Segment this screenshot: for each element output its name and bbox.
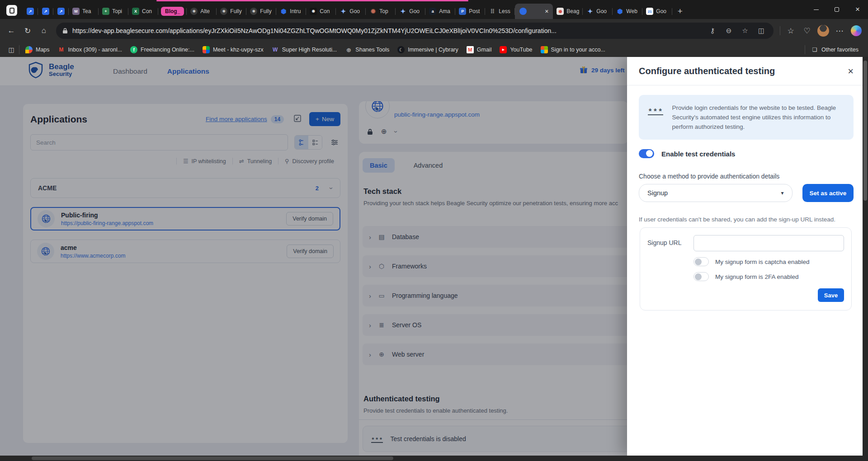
browser-tab[interactable]: Blog_ [158,4,187,19]
bookmark-item[interactable]: f Freelancing Online:... [126,45,198,55]
nav-item[interactable]: Applications [167,67,209,75]
browser-essentials-icon[interactable]: ♡ [799,23,815,38]
address-bar[interactable]: https://dev-app.beaglesecure.com/applica… [56,23,774,39]
minimize-button[interactable] [806,0,826,19]
copilot-icon[interactable] [851,25,862,36]
refresh-icon[interactable]: ↻ [20,23,35,38]
tech-stack-accordion[interactable]: › ⊕ Web server [363,343,634,365]
signup-url-input[interactable] [693,235,844,251]
tab-search-button[interactable] [6,5,17,16]
detail-tab[interactable]: Basic [363,158,395,173]
browser-tab[interactable]: ↗ [38,4,53,19]
filter-item[interactable]: ☰ IP whitelisting [176,158,232,165]
app-url-link[interactable]: https://www.acmecorp.com [61,253,280,259]
verify-domain-button[interactable]: Verify domain [286,212,333,226]
bookmark-item[interactable]: ▶ YouTube [495,45,536,55]
tech-stack-accordion[interactable]: › ≣ Server OS [363,314,634,336]
verify-domain-button[interactable]: Verify domain [287,245,334,258]
password-key-icon[interactable]: ⚷ [707,27,718,35]
browser-tab[interactable]: ◉ Beag [553,4,583,19]
back-icon[interactable]: ← [4,23,19,38]
filter-item[interactable]: ⇌ Tunneling [232,158,278,165]
browser-tab[interactable]: 21 Goo [642,4,672,19]
browser-tab[interactable]: × [515,4,553,19]
bookmark-item[interactable]: M Inbox (309) - aaronl... [54,45,127,55]
application-row[interactable]: Public-firing https://public-firing-rang… [30,207,340,230]
enable-test-credentials-toggle[interactable] [639,149,654,158]
app-domain-link[interactable]: public-firing-range.appspot.com [394,111,480,118]
bookmark-item[interactable]: ☾ Immersive | Cybrary [393,45,462,55]
nav-item[interactable]: Dashboard [113,67,147,75]
bookmark-item[interactable]: Maps [21,45,54,55]
browser-tab[interactable]: ⬢ Web [613,4,642,19]
bookmark-item[interactable]: M Gmail [462,45,496,55]
favorites-bar-icon[interactable]: ☆ [783,23,798,38]
browser-tab[interactable]: ↗ [53,4,69,19]
browser-tab[interactable]: ⠿ Less [485,4,515,19]
browser-tab[interactable]: ✦ Goo [336,4,366,19]
tech-stack-accordion[interactable]: › ⬡ Frameworks [363,255,634,277]
application-group-header[interactable]: ACME 2 › [30,178,340,198]
twofa-enabled-toggle[interactable] [693,272,709,281]
chevron-down-icon[interactable]: › [392,131,400,133]
application-row[interactable]: acme https://www.acmecorp.com Verify dom… [30,240,340,263]
other-favorites-button[interactable]: ❏ Other favorites [807,45,863,55]
report-export-icon[interactable] [294,115,301,124]
close-icon[interactable]: × [848,66,854,76]
list-view-button[interactable] [308,136,322,149]
browser-tab[interactable]: + Topi [99,4,128,19]
sidebar-toggle-icon[interactable]: ◫ [5,44,17,56]
restore-button[interactable] [826,0,847,19]
bookmark-item[interactable]: Meet - khz-uvpy-szx [198,45,268,55]
vertical-scrollbar-thumb[interactable] [863,61,867,201]
filter-sliders-icon[interactable] [329,136,340,148]
browser-tab[interactable]: P Post [455,4,485,19]
browser-tab[interactable]: M Tea [69,4,99,19]
browser-tab[interactable]: ⬢ Intru [276,4,306,19]
close-window-button[interactable]: × [847,0,868,19]
vertical-scrollbar[interactable] [863,57,868,461]
save-button[interactable]: Save [818,288,844,302]
find-more-applications-link[interactable]: Find more applications [206,116,267,122]
url-text[interactable]: https://dev-app.beaglesecure.com/applica… [72,27,702,34]
app-url-link[interactable]: https://public-firing-range.appspot.com [61,220,280,226]
zoom-out-icon[interactable]: ⊖ [723,27,735,35]
browser-tab[interactable]: ✹ Top [366,4,396,19]
browser-tab[interactable]: ↗ [23,4,38,19]
new-tab-button[interactable]: + [672,4,688,19]
bookmark-item[interactable]: Sign in to your acco... [537,45,609,55]
test-credentials-status-card[interactable]: *** Test credentials is disabled [363,426,634,452]
app-globe-icon-large [365,101,390,118]
tab-close-icon[interactable]: × [545,8,548,15]
browser-tab[interactable]: X Con [128,4,158,19]
favorite-star-icon[interactable]: ☆ [739,27,751,35]
detail-tab[interactable]: Advanced [406,158,450,173]
profile-avatar[interactable] [817,25,829,37]
bookmark-item[interactable]: ⊕ Shanes Tools [341,45,393,55]
auth-method-select[interactable]: Signup ▾ [639,184,793,202]
captcha-enabled-toggle[interactable] [693,257,709,266]
browser-tab[interactable]: a Ama [425,4,455,19]
browser-tab[interactable]: ✳ Fully [217,4,246,19]
more-menu-icon[interactable]: ⋯ [832,23,847,38]
browser-tab[interactable]: ❋ Con [306,4,336,19]
horizontal-scrollbar-thumb[interactable] [32,456,393,460]
browser-tab[interactable]: ✳ Fully [246,4,276,19]
tree-view-button[interactable] [295,136,308,149]
home-icon[interactable]: ⌂ [36,23,52,38]
split-screen-icon[interactable]: ◫ [755,27,767,35]
browser-tab[interactable]: ✳ Alte [187,4,217,19]
set-as-active-button[interactable]: Set as active [802,184,854,202]
browser-tab[interactable]: ✦ Goo [396,4,425,19]
new-application-button[interactable]: + New [309,112,340,126]
tech-stack-accordion[interactable]: › ▭ Programming language [363,285,634,306]
beagle-logo[interactable]: Beagle Security [27,61,74,79]
tech-stack-accordion[interactable]: › ▤ Database [363,226,634,248]
horizontal-scrollbar[interactable] [0,456,863,461]
filter-item[interactable]: ⚲ Discovery profile [278,158,340,165]
search-input[interactable] [30,134,288,151]
chevron-down-icon[interactable]: › [328,187,335,189]
browser-tab[interactable]: ✦ Goo [583,4,613,19]
bookmark-item[interactable]: W Super High Resoluti... [268,45,341,55]
bookmark-favicon: W [272,46,279,53]
